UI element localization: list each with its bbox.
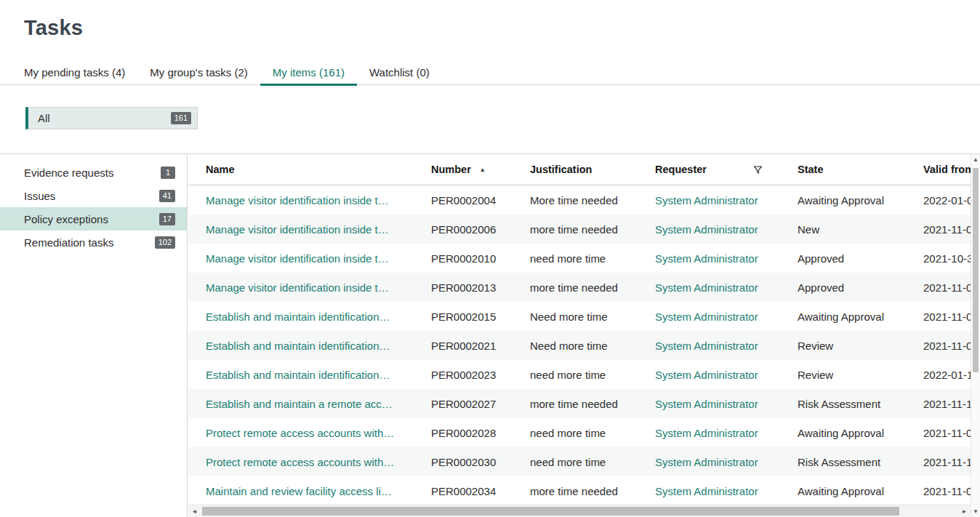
table-row[interactable]: Manage visitor identification inside t…P…	[188, 185, 971, 215]
count-badge: 17	[159, 213, 175, 225]
column-label: Justification	[530, 164, 592, 175]
category-list: Evidence requests1Issues41Policy excepti…	[0, 154, 188, 517]
sidebar-item-remediation-tasks[interactable]: Remediation tasks102	[0, 231, 187, 254]
column-header-justification[interactable]: Justification	[530, 154, 655, 185]
cell-number: PER0002015	[431, 310, 530, 323]
cell-state: Approved	[798, 281, 923, 294]
vertical-scrollbar-track[interactable]	[971, 165, 980, 506]
table-row[interactable]: Establish and maintain a remote acc…PER0…	[188, 389, 971, 418]
column-header-name[interactable]: Name	[188, 154, 431, 185]
table-body: Manage visitor identification inside t…P…	[188, 185, 971, 505]
column-header-state[interactable]: State	[798, 154, 923, 185]
name-link[interactable]: Maintain and review facility access li…	[206, 485, 392, 497]
cell-justification: more time needed	[530, 485, 655, 497]
name-link[interactable]: Establish and maintain identification…	[206, 369, 390, 381]
requester-link[interactable]: System Administrator	[655, 398, 758, 410]
requester-link[interactable]: System Administrator	[655, 427, 758, 439]
cell-name: Protect remote access accounts with…	[188, 456, 431, 468]
tab-watchlist-0[interactable]: Watchlist (0)	[357, 60, 442, 85]
cell-state: Awaiting Approval	[798, 310, 923, 323]
filter-card-label: All	[38, 112, 50, 124]
cell-requester: System Administrator	[655, 194, 798, 207]
requester-link[interactable]: System Administrator	[655, 369, 758, 381]
filter-icon[interactable]	[753, 165, 763, 175]
sidebar-item-policy-exceptions[interactable]: Policy exceptions17	[0, 207, 187, 231]
table-row[interactable]: Protect remote access accounts with…PER0…	[188, 418, 971, 447]
cell-name: Establish and maintain identification…	[188, 310, 431, 323]
table-row[interactable]: Manage visitor identification inside t…P…	[188, 215, 971, 244]
cell-name: Manage visitor identification inside t…	[188, 194, 431, 207]
requester-link[interactable]: System Administrator	[655, 310, 758, 323]
tab-my-pending-tasks-4[interactable]: My pending tasks (4)	[12, 60, 137, 85]
filter-card-all[interactable]: All 161	[25, 107, 198, 129]
cell-justification: more time needed	[530, 223, 655, 236]
scroll-right-button[interactable]: ►	[958, 505, 971, 517]
cell-justification: need more time	[530, 252, 655, 265]
cell-requester: System Administrator	[655, 252, 798, 265]
table-row[interactable]: Manage visitor identification inside t…P…	[188, 244, 971, 273]
sidebar-item-issues[interactable]: Issues41	[0, 184, 187, 207]
sort-ascending-icon: ▲	[480, 167, 486, 173]
name-link[interactable]: Manage visitor identification inside t…	[206, 281, 389, 294]
cell-name: Manage visitor identification inside t…	[188, 281, 431, 294]
cell-requester: System Administrator	[655, 310, 798, 323]
cell-requester: System Administrator	[655, 398, 798, 410]
scroll-left-button[interactable]: ◄	[188, 505, 201, 517]
cell-valid-from: 2021-11-0	[923, 310, 971, 323]
cell-requester: System Administrator	[655, 456, 798, 468]
cell-valid-from: 2021-11-0	[923, 485, 971, 497]
name-link[interactable]: Establish and maintain identification…	[206, 310, 390, 323]
horizontal-scrollbar-track[interactable]	[201, 505, 958, 517]
requester-link[interactable]: System Administrator	[655, 281, 758, 294]
sidebar-item-evidence-requests[interactable]: Evidence requests1	[0, 161, 187, 184]
name-link[interactable]: Manage visitor identification inside t…	[206, 223, 389, 236]
scroll-up-button[interactable]: ▲	[971, 154, 980, 165]
cell-justification: need more time	[530, 427, 655, 439]
cell-valid-from: 2021-11-0	[923, 281, 971, 294]
table-row[interactable]: Establish and maintain identification…PE…	[188, 302, 971, 331]
tab-my-group-s-tasks-2[interactable]: My group's tasks (2)	[137, 60, 260, 85]
cell-state: Awaiting Approval	[798, 194, 923, 207]
name-link[interactable]: Establish and maintain identification…	[206, 340, 390, 352]
table-row[interactable]: Maintain and review facility access li…P…	[188, 476, 971, 505]
vertical-scrollbar[interactable]: ▲ ▼	[971, 154, 980, 517]
cell-name: Establish and maintain identification…	[188, 340, 431, 352]
count-badge: 41	[159, 190, 175, 202]
cell-requester: System Administrator	[655, 340, 798, 352]
cell-number: PER0002021	[431, 340, 530, 352]
column-header-requester[interactable]: Requester	[655, 154, 798, 185]
name-link[interactable]: Manage visitor identification inside t…	[206, 252, 389, 265]
requester-link[interactable]: System Administrator	[655, 485, 758, 497]
cell-number: PER0002006	[431, 223, 530, 236]
column-label: Valid from	[923, 164, 971, 175]
table-row[interactable]: Manage visitor identification inside t…P…	[188, 273, 971, 302]
name-link[interactable]: Manage visitor identification inside t…	[206, 194, 389, 207]
column-header-number[interactable]: Number▲	[431, 154, 530, 185]
requester-link[interactable]: System Administrator	[655, 456, 758, 468]
sidebar-item-label: Issues	[24, 190, 55, 202]
name-link[interactable]: Establish and maintain a remote acc…	[206, 398, 393, 410]
cell-state: Review	[798, 369, 923, 381]
table-row[interactable]: Establish and maintain identification…PE…	[188, 331, 971, 360]
vertical-scrollbar-thumb[interactable]	[973, 168, 979, 372]
tab-my-items-161[interactable]: My items (161)	[260, 60, 357, 85]
name-link[interactable]: Protect remote access accounts with…	[206, 427, 394, 439]
sidebar-item-label: Evidence requests	[24, 167, 113, 179]
table-row[interactable]: Establish and maintain identification…PE…	[188, 360, 971, 389]
cell-number: PER0002028	[431, 427, 530, 439]
column-header-valid-from[interactable]: Valid from	[923, 154, 971, 185]
requester-link[interactable]: System Administrator	[655, 252, 758, 265]
cell-valid-from: 2021-11-0	[923, 427, 971, 439]
table-row[interactable]: Protect remote access accounts with…PER0…	[188, 447, 971, 476]
horizontal-scrollbar-thumb[interactable]	[202, 507, 899, 516]
requester-link[interactable]: System Administrator	[655, 194, 758, 207]
cell-valid-from: 2022-01-1	[923, 369, 971, 381]
requester-link[interactable]: System Administrator	[655, 340, 758, 352]
requester-link[interactable]: System Administrator	[655, 223, 758, 236]
name-link[interactable]: Protect remote access accounts with…	[206, 456, 394, 468]
scroll-down-button[interactable]: ▼	[971, 506, 980, 517]
count-badge: 1	[161, 167, 175, 179]
horizontal-scrollbar[interactable]: ◄ ►	[188, 505, 971, 517]
cell-name: Establish and maintain identification…	[188, 369, 431, 381]
column-label: Name	[206, 164, 235, 175]
